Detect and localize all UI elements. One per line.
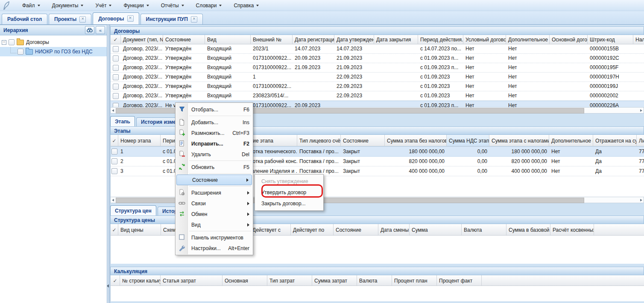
column-header[interactable]: Тип затрат [267,275,312,286]
splitter-collapse-icon[interactable] [107,284,109,288]
column-header[interactable]: Внешний № [251,35,293,44]
submenu-item-close-contract[interactable]: Закрыть договор... [255,198,323,209]
column-header[interactable]: Основная [222,275,267,286]
column-header[interactable]: Дата смены состоя [378,224,410,235]
column-header[interactable]: Основной договор [550,35,588,44]
column-header[interactable]: Сумма затрат [312,275,357,286]
column-header[interactable]: Состояние [341,135,385,146]
close-icon[interactable]: ✕ [191,16,197,23]
tree-node[interactable]: −Договоры [0,38,107,47]
tree-checkbox[interactable] [18,49,23,55]
tab-договоры[interactable]: Договоры✕ [93,12,139,24]
tab-структура-цены[interactable]: Структура цены [110,205,156,216]
menubar-item[interactable]: Отчёты [155,1,190,10]
column-header[interactable]: Дата регистрации. [293,35,334,44]
column-header[interactable]: Сумма [410,224,462,235]
select-all-header[interactable]: ✓ [111,224,118,235]
column-header[interactable]: Отражается на су [593,135,637,146]
select-all-header[interactable]: ✓ [111,275,120,286]
column-header[interactable]: Процент факт [437,275,482,286]
tab-рабочий-стол[interactable]: Рабочий стол [2,14,47,24]
column-header[interactable]: Вид [205,35,251,44]
menu-item-state[interactable]: Состояние [176,175,252,185]
column-header[interactable]: Статья затрат [161,275,222,286]
column-header[interactable]: Период действия.. [418,35,463,44]
column-header[interactable]: Сумма в базовой в [506,224,550,235]
column-header[interactable]: Дата закрытия [374,35,418,44]
column-header[interactable]: Валюта [462,224,506,235]
row-checkbox[interactable] [111,158,117,164]
column-header[interactable]: Процент план [392,275,437,286]
column-header[interactable]: Условный договор [463,35,506,44]
menu-item-refresh[interactable]: ОбновитьF5 [176,162,252,172]
search-button[interactable] [85,26,94,34]
column-header[interactable]: Действует по [291,224,334,235]
menu-item-edit[interactable]: Исправить...F2 [176,138,252,149]
menu-item-add[interactable]: Добавить...Ins [176,117,252,128]
menubar-item[interactable]: Справка [228,1,265,10]
menubar-item[interactable]: Документы [46,1,90,10]
menubar-item[interactable]: Файл [16,1,46,10]
submenu-item-approve-contract[interactable]: Утвердить договор [255,187,323,198]
column-header[interactable]: Сумма этапа с налогами [489,135,549,146]
tree-checkbox[interactable] [9,39,15,45]
close-icon[interactable]: ✕ [79,16,86,23]
tab-инструкции-пуп[interactable]: Инструкции ПУП✕ [141,14,203,24]
row-checkbox[interactable] [113,65,119,71]
column-header[interactable]: Лицевой счёт [637,135,644,146]
menu-item-toolbar[interactable]: Панель инструментов [176,232,252,243]
table-row[interactable]: Договор, 2023/...УтверждёнВходящий2023/1… [111,44,644,54]
menubar-item[interactable]: Функции [117,1,155,10]
column-header[interactable]: Валюта [357,275,392,286]
row-checkbox[interactable] [111,149,117,154]
row-checkbox[interactable] [113,84,119,90]
column-header[interactable]: Налог [633,35,644,44]
tree-node[interactable]: НИОКР по ГОЗ без НДС [0,47,107,56]
menu-item-links[interactable]: Связи [176,198,252,209]
table-row[interactable]: Договор, 2023/...УтверждёнВходящий017310… [111,63,644,73]
menu-item-filter[interactable]: Отобрать...F6 [176,104,252,115]
column-header[interactable]: Сумма этапа без налогов [385,135,447,146]
scroll-left-icon[interactable] [112,109,114,112]
column-header[interactable]: Дата утверждения [334,35,374,44]
menu-item-delete[interactable]: УдалитьDel [176,149,252,160]
row-checkbox[interactable] [113,93,119,99]
menubar-item[interactable]: Учёт [89,1,117,10]
splitter[interactable] [107,25,110,303]
column-header[interactable]: Действует с [250,224,291,235]
close-icon[interactable]: ✕ [127,15,134,22]
select-all-header[interactable]: ✓ [111,135,118,146]
scroll-right-icon[interactable] [640,199,642,201]
tab-проекты[interactable]: Проекты✕ [49,14,91,24]
table-row[interactable]: Договор, 2023/...УтверждёнВходящий230823… [111,91,644,101]
menu-item-extensions[interactable]: Расширения [176,187,252,198]
row-checkbox[interactable] [113,55,119,61]
column-header[interactable]: Тип лицевого счёт [297,135,341,146]
table-row[interactable]: Договор, 2023/...УтверждёнВходящий122.09… [111,73,644,82]
menu-item-exchange[interactable]: Обмен [176,209,252,219]
column-header[interactable]: Документ (тип, № [121,35,163,44]
column-header[interactable]: Состояние [163,35,205,44]
column-header[interactable]: Расчёт косвенных [550,224,594,235]
scroll-left-icon[interactable] [112,199,114,201]
column-header[interactable]: Номер этапа [118,135,161,146]
column-header[interactable]: Состояние [334,224,378,235]
collapse-panel-button[interactable]: « [96,26,105,34]
menu-item-settings[interactable]: Настройки...Alt+Enter [176,243,252,253]
table-row[interactable]: Договор, 2023/...УтверждёнВходящий017310… [111,82,644,91]
tree-expander-icon[interactable]: − [2,40,6,45]
scroll-right-icon[interactable] [640,109,642,112]
column-header[interactable]: Дополнительное с [549,135,593,146]
column-header[interactable]: Дополнительное с [506,35,550,44]
row-checkbox[interactable] [113,46,119,52]
column-header[interactable]: Сумма НДС этапа [447,135,489,146]
column-header[interactable]: № строки калькул [120,275,161,286]
row-checkbox[interactable] [113,74,119,80]
row-checkbox[interactable] [113,103,119,108]
menu-item-duplicate[interactable]: Размножить...Ctrl+F3 [176,128,252,138]
select-all-header[interactable]: ✓ [111,35,121,44]
tab-этапы[interactable]: Этапы [110,116,135,126]
table-row[interactable]: Договор, 2023/...УтверждёнВходящий017310… [111,54,644,63]
column-header[interactable]: Штрих-код [588,35,633,44]
column-header[interactable]: Вид цены [118,224,161,235]
